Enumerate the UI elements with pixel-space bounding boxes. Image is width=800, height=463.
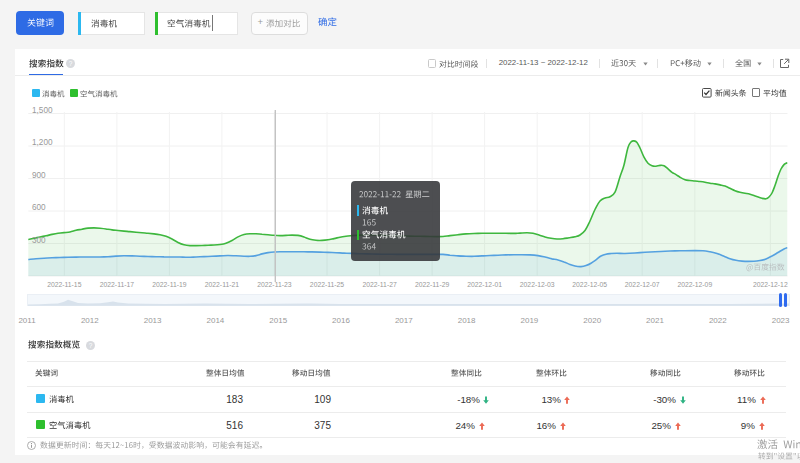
svg-text:?: ? bbox=[88, 341, 92, 348]
